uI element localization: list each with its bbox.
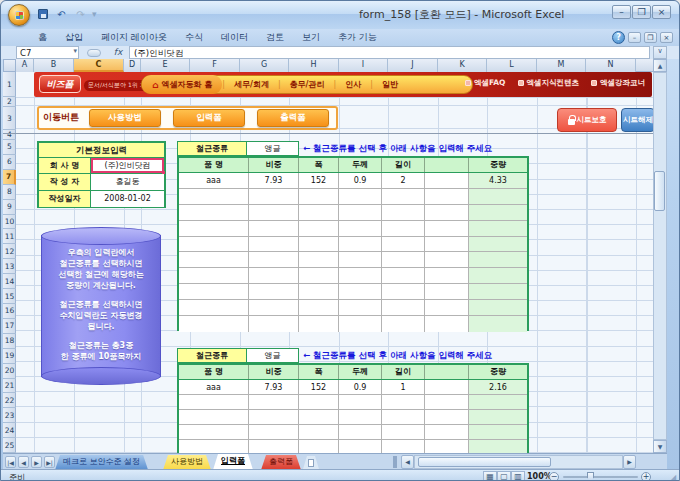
length-cell[interactable] — [382, 268, 425, 283]
length-cell[interactable] — [382, 189, 425, 204]
namebox-dropdown-icon[interactable]: ▾ — [73, 47, 77, 55]
specific-gravity-cell[interactable] — [249, 300, 299, 315]
redo-button[interactable]: ↷ — [73, 7, 88, 21]
scroll-left-icon[interactable]: ◀ — [401, 455, 414, 469]
row-header[interactable]: 17 — [3, 319, 16, 334]
previous-sheet-icon[interactable]: ◀ — [18, 456, 29, 468]
row-header[interactable]: 19 — [3, 349, 16, 364]
zoom-slider-handle[interactable] — [587, 472, 594, 481]
length-cell[interactable] — [382, 284, 425, 299]
item-name-cell[interactable] — [179, 284, 249, 299]
column-header[interactable]: D — [124, 59, 141, 72]
page-layout-view-icon[interactable]: ▢ — [497, 471, 511, 481]
specific-gravity-cell[interactable] — [249, 395, 299, 409]
spare-cell[interactable] — [425, 205, 469, 220]
length-cell[interactable] — [382, 252, 425, 267]
ribbon-tab[interactable]: 보기 — [293, 29, 329, 46]
workbook-restore-button[interactable]: ❒ — [644, 32, 657, 43]
item-name-cell[interactable] — [179, 252, 249, 267]
scroll-up-icon[interactable]: ▲ — [653, 59, 667, 72]
thickness-cell[interactable] — [339, 284, 382, 299]
thickness-cell[interactable]: 0.9 — [339, 173, 382, 188]
column-header[interactable]: I — [339, 59, 388, 72]
item-name-cell[interactable] — [179, 300, 249, 315]
ribbon-tab[interactable]: 검토 — [257, 29, 293, 46]
select-all-corner[interactable] — [3, 59, 16, 72]
ribbon-tab[interactable]: 삽입 — [56, 29, 92, 46]
name-box[interactable]: C7 ▾ — [16, 46, 79, 59]
thickness-cell[interactable] — [339, 395, 382, 409]
width-cell[interactable] — [299, 300, 339, 315]
specific-gravity-cell[interactable] — [249, 425, 299, 439]
zoom-level[interactable]: 100% — [527, 472, 552, 481]
width-cell[interactable] — [299, 410, 339, 424]
spare-cell[interactable] — [425, 268, 469, 283]
row-header[interactable]: 25 — [3, 438, 16, 453]
ribbon-tab[interactable]: 홈 — [29, 29, 56, 46]
tab-split-handle[interactable] — [393, 456, 397, 468]
length-cell[interactable]: 1 — [382, 380, 425, 394]
sheet-unprotect-button[interactable]: 시트해제 — [621, 108, 655, 132]
nav-item-tax[interactable]: 세무/회계 — [225, 79, 278, 90]
save-button[interactable] — [35, 7, 50, 21]
row-header[interactable]: 16 — [3, 304, 16, 319]
info-value-cell[interactable]: 홍길동 — [91, 174, 164, 189]
maximize-button[interactable]: ❒ — [632, 5, 651, 19]
width-cell[interactable] — [299, 425, 339, 439]
item-name-cell[interactable] — [179, 395, 249, 409]
spare-cell[interactable] — [425, 410, 469, 424]
zoom-out-icon[interactable]: − — [549, 472, 559, 481]
thickness-cell[interactable] — [339, 252, 382, 267]
qat-dropdown-icon[interactable]: ▾ — [92, 9, 97, 19]
steel-type-select-2[interactable]: 앵글 — [247, 348, 299, 363]
item-name-cell[interactable]: aaa — [179, 380, 249, 394]
length-cell[interactable] — [382, 395, 425, 409]
banner-link[interactable]: 엑셀강좌코너 — [591, 78, 645, 88]
steel-type-select-1[interactable]: 앵글 — [247, 141, 299, 156]
spare-cell[interactable] — [425, 395, 469, 409]
item-name-cell[interactable] — [179, 316, 249, 332]
item-name-cell[interactable] — [179, 221, 249, 236]
nav-item-excel-home[interactable]: ⌂ 엑셀자동화 홈 — [142, 75, 222, 94]
specific-gravity-cell[interactable] — [249, 284, 299, 299]
specific-gravity-cell[interactable] — [249, 252, 299, 267]
spare-cell[interactable] — [425, 284, 469, 299]
row-header[interactable]: 24 — [3, 423, 16, 438]
length-cell[interactable] — [382, 410, 425, 424]
horizontal-scroll-thumb[interactable] — [418, 457, 551, 467]
column-header[interactable]: J — [388, 59, 438, 72]
column-header[interactable]: G — [240, 59, 289, 72]
info-value-cell[interactable]: 2008-01-02 — [91, 191, 164, 207]
width-cell[interactable] — [299, 316, 339, 332]
item-name-cell[interactable]: aaa — [179, 173, 249, 188]
usage-button[interactable]: 사용방법 — [89, 109, 161, 127]
insert-worksheet-tab[interactable] — [303, 456, 319, 469]
length-cell[interactable] — [382, 237, 425, 252]
insert-function-button[interactable]: fx — [109, 46, 127, 59]
spare-cell[interactable] — [425, 316, 469, 332]
specific-gravity-cell[interactable] — [249, 205, 299, 220]
length-cell[interactable] — [382, 221, 425, 236]
width-cell[interactable] — [299, 252, 339, 267]
thickness-cell[interactable] — [339, 237, 382, 252]
specific-gravity-cell[interactable]: 7.93 — [249, 380, 299, 394]
ribbon-tab[interactable]: 추가 기능 — [329, 29, 386, 46]
row-header[interactable]: 15 — [3, 289, 16, 304]
resize-grip-icon[interactable]: ◢ — [670, 473, 679, 481]
width-cell[interactable]: 152 — [299, 380, 339, 394]
column-header[interactable]: C — [74, 59, 124, 72]
help-icon[interactable]: ? — [612, 31, 625, 44]
width-cell[interactable] — [299, 237, 339, 252]
last-sheet-icon[interactable]: ▶| — [44, 456, 55, 468]
spare-cell[interactable] — [425, 221, 469, 236]
thickness-cell[interactable] — [339, 410, 382, 424]
row-header[interactable]: 10 — [3, 215, 16, 230]
spare-cell[interactable] — [425, 189, 469, 204]
row-header[interactable]: 5 — [3, 140, 16, 155]
first-sheet-icon[interactable]: |◀ — [5, 456, 16, 468]
specific-gravity-cell[interactable] — [249, 221, 299, 236]
horizontal-scroll-track[interactable] — [414, 455, 623, 469]
width-cell[interactable] — [299, 268, 339, 283]
next-sheet-icon[interactable]: ▶ — [31, 456, 42, 468]
vertical-scroll-thumb[interactable] — [654, 171, 665, 211]
